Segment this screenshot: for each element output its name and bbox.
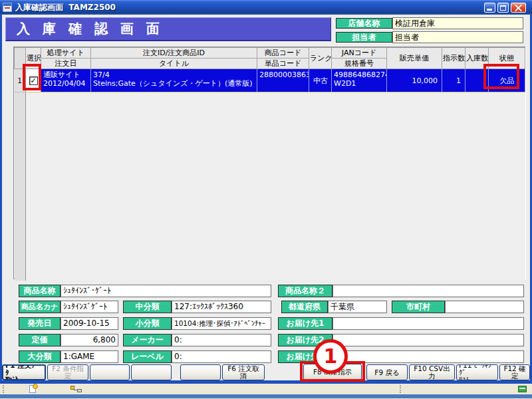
title-cell: 37/4 Steins;Gate（シュタインズ・ゲート）(通常版) [91, 69, 257, 92]
delivery2-field[interactable] [332, 334, 524, 346]
f10-csv-export-button[interactable]: F10 CSV出力 [409, 364, 455, 380]
background-window-edge [0, 394, 532, 398]
col-title: タイトル [91, 59, 257, 69]
maker-label: メーカー [123, 334, 172, 346]
product-kana-field[interactable]: ｼｭﾀｲﾝｽﾞｹﾞｰﾄ [61, 301, 118, 313]
app-icon [3, 3, 12, 12]
label-brand-field[interactable]: 0: [172, 350, 271, 363]
order-grid: 選択 処理サイト 注文ID/注文商品ID 商品コード ランク JANコード 販売… [13, 47, 525, 279]
col-item-code: 単品コード [257, 59, 309, 69]
jan-cell: 4988648682740 W2D1 [332, 69, 387, 92]
col-order-id: 注文ID/注文商品ID [91, 48, 257, 59]
maximize-button[interactable] [497, 3, 509, 13]
product-name2-field[interactable] [332, 285, 524, 297]
f3-button[interactable] [90, 364, 130, 380]
store-name-field[interactable]: 検証用倉庫 [392, 17, 523, 29]
delivery1-label: お届け先1 [278, 317, 332, 330]
checkbox-highlight-box [23, 64, 41, 90]
main-category-label: 大分類 [19, 350, 61, 363]
store-name-label: 店舗名称 [336, 18, 392, 29]
unit-price-cell: 10,000 [387, 69, 442, 92]
f6-order-cancel-button[interactable]: F6 注文取消 [222, 364, 265, 380]
product-name-field[interactable]: ｼｭﾀｲﾝｽﾞ･ｹﾞｰﾄ [61, 285, 271, 297]
status-highlight-box [483, 64, 519, 89]
product-code-cell: 288000038632 [257, 69, 309, 92]
col-unit-price: 販売単価 [387, 48, 442, 69]
windows-icon[interactable] [518, 386, 527, 392]
mid-category-label: 中分類 [123, 301, 172, 313]
rank-cell: 中古 [309, 69, 332, 92]
col-ordered-qty: 指示数 [442, 48, 466, 69]
minimize-icon [487, 9, 492, 11]
prefecture-label: 都道府県 [281, 301, 328, 313]
col-site: 処理サイト [41, 48, 91, 59]
order-table: 選択 処理サイト 注文ID/注文商品ID 商品コード ランク JANコード 販売… [14, 47, 525, 281]
col-standard-no: 規格番号 [332, 59, 387, 69]
close-button[interactable] [511, 3, 526, 13]
background-toolbar [0, 384, 532, 394]
screen: 入庫確認画面 TAMZ2500 入 庫 確 認 画 面 店舗名称 検証用倉庫 担… [0, 0, 532, 399]
page-title: 入 庫 確 認 画 面 [5, 17, 331, 41]
col-rank: ランク [309, 48, 332, 69]
f1-order-import-button[interactable]: F1 注文ﾃﾞｰﾀ 取込へ [2, 364, 46, 380]
person-label: 担当者 [336, 32, 392, 43]
city-field[interactable] [445, 301, 524, 313]
f4-button[interactable] [131, 364, 172, 380]
toolbar-grip [3, 385, 5, 393]
site-cell: 通販サイト 2012/04/04 [41, 69, 91, 92]
mid-category-field[interactable]: 127:ｴｯｸｽﾎﾞｯｸｽ360 [172, 301, 271, 313]
window-title: 入庫確認画面 TAMZ2500 [15, 2, 116, 13]
maker-field[interactable]: 0: [172, 334, 271, 346]
f12-confirm-button[interactable]: F12 確定 [499, 364, 530, 380]
f9-back-button[interactable]: F9 戻る [366, 364, 408, 380]
step-annotation-circle: 1 [313, 339, 348, 374]
product-kana-label: 商品名カナ [19, 301, 61, 313]
delivery1-field[interactable] [332, 317, 524, 330]
f5-button[interactable] [180, 364, 221, 380]
release-date-field[interactable]: 2009-10-15 [61, 317, 118, 330]
product-name-label: 商品名称 [19, 285, 61, 297]
grid-empty-area [15, 92, 525, 281]
city-label: 市町村 [392, 301, 445, 313]
window-titlebar: 入庫確認画面 TAMZ2500 [0, 0, 532, 15]
new-item-icon[interactable] [29, 385, 36, 393]
col-jan: JANコード [332, 48, 387, 59]
grid-header-row-1: 選択 処理サイト 注文ID/注文商品ID 商品コード ランク JANコード 販売… [15, 48, 525, 59]
f2-condition-button[interactable]: F2 条件指定 [47, 364, 88, 380]
ordered-qty-cell: 1 [442, 69, 466, 92]
sub-category-field[interactable]: 10104:推理･探偵･ｱﾄﾞﾍﾞﾝﾁｬｰ [172, 317, 271, 330]
sub-category-label: 小分類 [123, 317, 172, 330]
list-price-field[interactable]: 6,800 [61, 334, 118, 346]
table-row[interactable]: 1 ✓ 通販サイト 2012/04/04 37/4 Steins;Gate（シュ… [15, 69, 525, 92]
list-price-label: 定価 [19, 334, 61, 346]
f11-picking-list-button[interactable]: F11 ﾋﾟｯｷﾝｸﾞ ﾘｽﾄ [456, 364, 498, 380]
minimize-button[interactable] [484, 3, 495, 13]
label-brand-label: レーベル [123, 350, 172, 363]
col-order-date: 注文日 [41, 59, 91, 69]
main-category-field[interactable]: 1:GAME [61, 350, 118, 363]
maximize-icon [500, 5, 506, 11]
release-date-label: 発売日 [19, 317, 61, 330]
toolbar-separator [400, 385, 402, 393]
product-name2-label: 商品名称２ [278, 285, 332, 297]
col-product-code: 商品コード [257, 48, 309, 59]
prefecture-field[interactable]: 千葉県 [328, 301, 387, 313]
person-field[interactable]: 担当者 [392, 31, 523, 43]
